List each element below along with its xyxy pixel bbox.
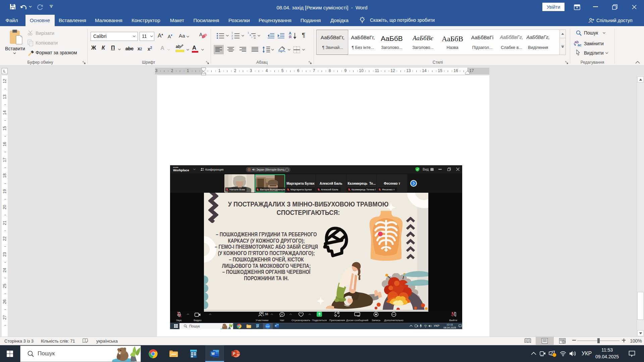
- svg-text:W: W: [275, 325, 277, 327]
- svg-text:P: P: [233, 352, 235, 356]
- svg-text:W: W: [211, 352, 215, 356]
